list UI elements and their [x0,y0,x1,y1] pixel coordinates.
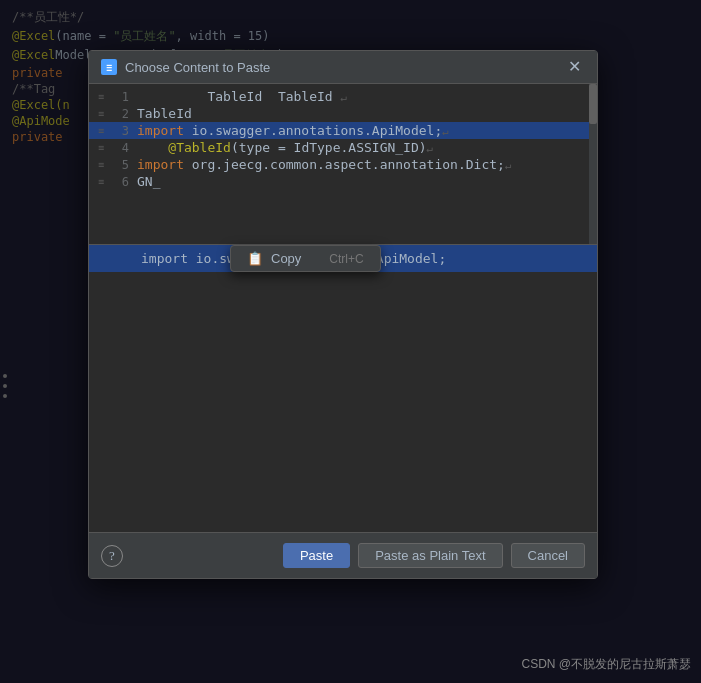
line-4-content: @TableId(type = IdType.ASSIGN_ID)↵ [137,140,597,155]
watermark: CSDN @不脱发的尼古拉斯萧瑟 [521,656,691,673]
code-line-6[interactable]: ≡ 6 GN_ [89,173,597,190]
copy-icon: 📋 [247,251,263,266]
context-menu-copy[interactable]: 📋 Copy Ctrl+C [231,246,380,271]
paste-dialog: ≡ Choose Content to Paste ✕ ≡ 1 TableId … [88,50,598,579]
line-1-icon: ≡ [89,91,109,102]
scrollbar-thumb[interactable] [589,84,597,124]
code-line-4[interactable]: ≡ 4 @TableId(type = IdType.ASSIGN_ID)↵ [89,139,597,156]
line-3-icon: ≡ [89,125,109,136]
line-1-num: 1 [109,90,137,104]
dialog-app-icon: ≡ [101,59,117,75]
dialog-title: Choose Content to Paste [125,60,270,75]
line-6-icon: ≡ [89,176,109,187]
line-4-icon: ≡ [89,142,109,153]
code-line-1[interactable]: ≡ 1 TableId TableId ↵ [89,88,597,105]
help-button[interactable]: ? [101,545,123,567]
dialog-code-area: ≡ 1 TableId TableId ↵ ≡ 2 TableId ≡ 3 im… [89,84,597,244]
copy-label: Copy [271,251,301,266]
dialog-close-button[interactable]: ✕ [564,59,585,75]
line-1-content: TableId TableId ↵ [137,89,597,104]
line-2-content: TableId [137,106,597,121]
dialog-footer: ? Paste Paste as Plain Text Cancel [89,532,597,578]
scrollbar-track[interactable] [589,84,597,244]
code-line-3[interactable]: ≡ 3 import io.swagger.annotations.ApiMod… [89,122,597,139]
cancel-button[interactable]: Cancel [511,543,585,568]
line-5-icon: ≡ [89,159,109,170]
code-line-2[interactable]: ≡ 2 TableId [89,105,597,122]
line-3-content: import io.swagger.annotations.ApiModel;↵ [137,123,597,138]
line-5-content: import org.jeecg.common.aspect.annotatio… [137,157,597,172]
paste-button[interactable]: Paste [283,543,350,568]
code-line-5[interactable]: ≡ 5 import org.jeecg.common.aspect.annot… [89,156,597,173]
line-2-icon: ≡ [89,108,109,119]
dialog-empty-area [89,272,597,532]
line-5-num: 5 [109,158,137,172]
paste-plain-button[interactable]: Paste as Plain Text [358,543,502,568]
line-2-num: 2 [109,107,137,121]
sidebar-dots [0,370,10,402]
dialog-titlebar: ≡ Choose Content to Paste ✕ [89,51,597,84]
line-4-num: 4 [109,141,137,155]
dialog-title-left: ≡ Choose Content to Paste [101,59,270,75]
line-6-content: GN_ [137,174,597,189]
context-menu: 📋 Copy Ctrl+C [230,245,381,272]
copy-shortcut: Ctrl+C [309,252,363,266]
line-6-num: 6 [109,175,137,189]
line-3-num: 3 [109,124,137,138]
